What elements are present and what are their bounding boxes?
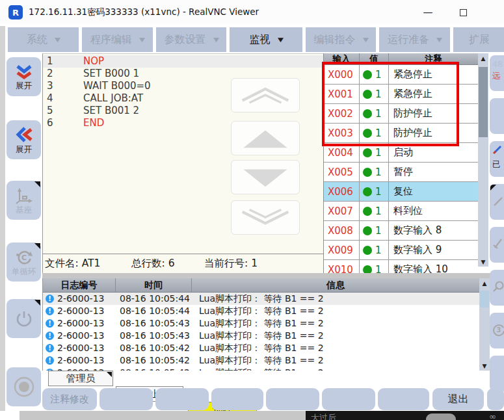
chevron-down-icon: ▼ (436, 36, 442, 43)
instruction-text: SET B000 1 (83, 68, 139, 80)
double-chevron-down-icon (238, 206, 293, 230)
page-up-button[interactable] (231, 78, 300, 112)
log-message: Lua脚本打印： 等待 B1 == 2 (199, 342, 324, 354)
log-id: 2-6000-13 (57, 317, 104, 330)
menu-item-5[interactable]: 编辑指令▼ (306, 27, 376, 52)
io-scrollbar-thumb[interactable] (479, 67, 488, 137)
io-value-cell: 1 (360, 65, 389, 84)
io-input-label: X009 (324, 241, 360, 259)
chevrons-down-icon (14, 64, 34, 80)
log-table-row[interactable]: !2-6000-1308-16 10:05:44Lua脚本打印： 等待 B1 =… (43, 293, 479, 305)
green-dot-icon (363, 207, 372, 216)
edge-button-5[interactable] (490, 227, 504, 263)
log-table-row[interactable]: !2-6000-1308-16 10:05:44Lua脚本打印： 等待 B1 =… (43, 305, 479, 317)
scroll-down-icon[interactable]: ▼ (478, 257, 488, 267)
io-table-row[interactable]: X0031防护停止 (324, 124, 478, 143)
line-up-button[interactable] (231, 121, 300, 155)
corner-triangle-icon (34, 181, 40, 187)
io-table-row[interactable]: X0101数字输入 10 (324, 260, 478, 273)
menu-item-6[interactable]: 运行准备▼ (379, 27, 450, 52)
io-scrollbar[interactable]: ▲ ▼ (478, 53, 488, 267)
log-table-header: 日志编号 时间 信息 (43, 278, 479, 293)
green-dot-icon (363, 187, 372, 196)
scroll-up-icon[interactable]: ▲ (478, 53, 488, 63)
info-icon: ! (46, 344, 54, 352)
program-line[interactable]: 1NOP (43, 55, 323, 68)
panel-divider (42, 273, 491, 278)
log-scrollbar[interactable]: ▲ ▼ (479, 278, 490, 371)
log-scrollbar-thumb[interactable] (480, 291, 489, 308)
status-user-mode[interactable]: 管理员 (48, 371, 113, 386)
chevrons-left-icon (15, 126, 33, 144)
exit-button[interactable]: 退出 (432, 388, 484, 410)
io-table-row[interactable]: X0001紧急停止 (324, 65, 478, 85)
io-comment: 数字输入 9 (389, 241, 478, 259)
edge-modify-button[interactable]: 已 (490, 141, 504, 177)
single-cycle-button[interactable]: C单循环 (7, 243, 41, 282)
green-dot-icon (363, 168, 372, 177)
io-comment: 紧急停止 (389, 85, 478, 103)
bottom-button-7[interactable] (378, 388, 429, 410)
scroll-down-icon[interactable]: ▼ (479, 361, 490, 371)
minimize-button[interactable]: — (414, 0, 442, 25)
menu-item-label: 参数设置 (165, 33, 206, 47)
log-table-row[interactable]: !2-6000-1308-16 10:05:42Lua脚本打印： 等待 B1 =… (43, 342, 479, 354)
instruction-text: SET B001 2 (83, 105, 139, 117)
realvnc-window: R 172.16.11.31密码333333 (x11vnc) - RealVN… (0, 0, 504, 420)
green-dot-icon (363, 109, 372, 118)
comment-edit-button[interactable]: 注释修改 (42, 388, 97, 410)
svg-text:C: C (21, 254, 26, 262)
io-table-row[interactable]: X0011紧急停止 (324, 85, 478, 104)
io-value-cell: 1 (360, 260, 389, 273)
io-input-label: X005 (324, 163, 360, 181)
menu-item-2[interactable]: 程序编辑▼ (82, 27, 153, 52)
bottom-button-3[interactable] (155, 388, 209, 410)
expand-left-button[interactable]: 展开 (7, 120, 41, 159)
scroll-up-icon[interactable]: ▲ (479, 278, 490, 288)
menu-item-3[interactable]: 参数设置▼ (156, 27, 226, 52)
menu-item-1[interactable]: 系统▼ (8, 27, 79, 52)
line-down-button[interactable] (231, 160, 300, 194)
bottom-button-4[interactable] (211, 388, 263, 410)
io-value-text: 1 (375, 225, 382, 237)
io-table-row[interactable]: X0081数字输入 8 (324, 221, 478, 241)
power-button[interactable] (7, 299, 41, 338)
io-value-text: 1 (375, 108, 382, 120)
io-monitor-panel: 输入 值 注释 X0001紧急停止X0011紧急停止X0021防护停止X0031… (323, 53, 478, 273)
triangle-up-icon (238, 127, 293, 150)
edge-button-4[interactable] (490, 184, 504, 220)
log-table-row[interactable]: !2-6000-1308-16 10:05:42Lua脚本打印： 等待 B1 =… (43, 354, 479, 367)
io-table-row[interactable]: X0071料到位 (324, 202, 478, 221)
io-table-row[interactable]: X0091数字输入 9 (324, 241, 478, 260)
io-input-label: X008 (324, 221, 360, 240)
edge-cycle3-button[interactable]: 3 (490, 313, 504, 348)
bottom-button-label: 注释修改 (50, 393, 89, 406)
log-table-row[interactable]: !2-6000-1308-16 10:05:43Lua脚本打印： 等待 B1 =… (43, 330, 479, 342)
info-icon: ! (46, 319, 54, 328)
chevron-down-icon: ▼ (277, 36, 283, 43)
menu-item-7[interactable]: 扩展 (453, 27, 504, 52)
base-coord-button[interactable]: 基座 (7, 181, 41, 220)
io-value-cell: 1 (360, 143, 389, 162)
io-table-row[interactable]: X0061复位 (324, 182, 478, 202)
edge-search-button[interactable] (490, 270, 504, 306)
record-button[interactable] (7, 367, 41, 406)
triangle-down-icon (238, 166, 293, 189)
menu-item-4[interactable]: 监视▼ (230, 27, 302, 52)
expand-down-button[interactable]: 展开 (7, 57, 41, 96)
log-table-row[interactable]: !2-6000-1308-16 10:05:43Lua脚本打印： 等待 B1 =… (43, 317, 479, 330)
maximize-button[interactable] (449, 0, 477, 25)
io-table-row[interactable]: X0051暂停 (324, 163, 478, 182)
log-message: Lua脚本打印： 等待 B1 == 2 (199, 305, 324, 317)
bottom-button-2[interactable] (99, 388, 153, 410)
io-table-row[interactable]: X0041启动 (324, 143, 478, 163)
page-down-button[interactable] (231, 200, 300, 235)
bottom-button-6[interactable] (322, 388, 375, 410)
edge-button-8[interactable] (490, 356, 504, 391)
bottom-button-5[interactable] (266, 388, 319, 410)
bottom-button-partial[interactable] (487, 388, 504, 410)
io-input-label: X000 (324, 65, 360, 84)
edge-speed-button[interactable]: 48远 (490, 55, 504, 91)
io-table-row[interactable]: X0021防护停止 (324, 104, 478, 124)
edge-button-2[interactable] (490, 98, 504, 134)
